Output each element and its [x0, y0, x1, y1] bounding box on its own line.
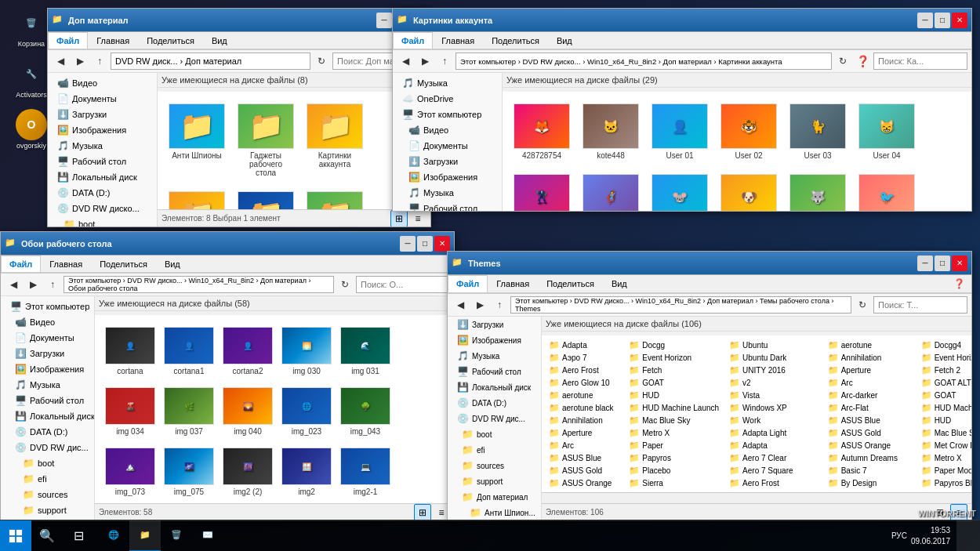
theme-item[interactable]: 📁Metro X [626, 427, 722, 439]
img-040[interactable]: 🌄 img 040 [220, 383, 275, 440]
folder-anti[interactable]: 📁 Анти Шпионы [165, 100, 228, 181]
theme-item[interactable]: 📁Ubuntu [726, 339, 821, 351]
theme-item[interactable]: 📁Mac Blue Sky [626, 415, 722, 426]
sb-dop-win4[interactable]: 📁Доп материал [448, 489, 541, 505]
forward-btn-win4[interactable]: ▶ [471, 296, 488, 314]
sb-src-win4[interactable]: 📁sources [448, 458, 541, 473]
taskbar-clock[interactable]: 19:53 09.06.2017 [911, 525, 956, 547]
folder-kartinki[interactable]: 📁 Картинки аккаунта [303, 100, 366, 181]
theme-item[interactable]: 📁Fetch [626, 364, 722, 376]
tab-view[interactable]: Вид [203, 32, 236, 49]
sb-video-win2[interactable]: 📹 Видео [393, 122, 502, 138]
sb-dat-win4[interactable]: 💿DATA (D:) [448, 395, 541, 411]
theme-item[interactable]: 📁Docgg [626, 339, 722, 351]
theme-item[interactable]: 📁ASUS Orange [825, 440, 914, 451]
titlebar-dop-material[interactable]: 📁 Доп материал ─ □ ✕ [48, 9, 430, 32]
img-075[interactable]: 🌌 img_075 [162, 444, 216, 500]
close-btn-win3[interactable]: ✕ [434, 236, 450, 252]
sidebar-downloads[interactable]: ⬇️ Загрузки [48, 107, 157, 122]
taskbar-trash[interactable]: 🗑️ [161, 520, 192, 552]
folder-oboi[interactable]: 📁 Обои рабочего стола [234, 187, 297, 209]
tab-share[interactable]: Поделиться [138, 32, 203, 49]
help-btn-win2[interactable]: ❓ [854, 53, 871, 70]
tab-share-win2[interactable]: Поделиться [483, 32, 548, 49]
theme-item[interactable]: 📁ASUS Blue [546, 452, 622, 464]
show-desktop-btn[interactable] [956, 520, 980, 552]
sidebar-video[interactable]: 📹 Видео [48, 75, 157, 91]
img-030[interactable]: 🌅 img 030 [279, 323, 334, 379]
theme-item[interactable]: 📁ASUS Orange [546, 477, 622, 489]
theme-item[interactable]: 📁Windows XP [726, 402, 821, 414]
sb-img-win2[interactable]: 🖼️ Изображения [393, 169, 502, 185]
theme-item[interactable]: 📁aerotune black [546, 402, 622, 414]
theme-item[interactable]: 📁Aperture [825, 364, 914, 376]
theme-item[interactable]: 📁HUD Machine Launch [918, 402, 971, 414]
back-button[interactable]: ◀ [52, 53, 69, 70]
theme-item[interactable]: 📁Aero Glow 10 [546, 377, 622, 389]
forward-btn-win3[interactable]: ▶ [24, 276, 42, 293]
titlebar-oboi[interactable]: 📁 Обои рабочего стола ─ □ ✕ [1, 232, 454, 256]
theme-item[interactable]: 📁Met Crow Light-Green [918, 440, 971, 451]
taskbar-mail[interactable]: ✉️ [192, 520, 223, 552]
img-043[interactable]: 🌳 img_043 [338, 383, 393, 440]
back-btn-win4[interactable]: ◀ [452, 296, 469, 314]
photo-user03[interactable]: 🐈 User 03 [786, 100, 849, 164]
theme-item[interactable]: 📁Adapta Light [726, 427, 821, 439]
theme-item[interactable]: 📁Paper Moon [918, 465, 971, 477]
sb-boot-win4[interactable]: 📁boot [448, 426, 541, 442]
sb-dl-win4[interactable]: ⬇️Загрузки [448, 317, 541, 332]
sb-dl-win2[interactable]: ⬇️ Загрузки [393, 154, 502, 169]
sb-onedrive[interactable]: ☁️ OneDrive [393, 91, 502, 107]
up-btn-win4[interactable]: ↑ [491, 296, 508, 314]
photo-user02[interactable]: 🐯 User 02 [717, 100, 780, 164]
theme-item[interactable]: 📁By Design [825, 477, 914, 489]
sidebar-music[interactable]: 🎵 Музыка [48, 138, 157, 154]
photo-user07[interactable]: 🐭 User 07 [648, 170, 711, 211]
tab-file-win2[interactable]: Файл [393, 32, 433, 49]
refresh-btn-win4[interactable]: ↻ [854, 296, 871, 314]
sidebar-images[interactable]: 🖼️ Изображения [48, 122, 157, 138]
theme-item[interactable]: 📁Arc-darker [825, 390, 914, 401]
theme-item[interactable]: 📁Arc-Flat [825, 402, 914, 414]
photo-user01[interactable]: 👤 User 01 [648, 100, 711, 164]
tab-home-win2[interactable]: Главная [433, 32, 483, 49]
theme-item[interactable]: 📁Annihilation [546, 415, 622, 426]
theme-item[interactable]: 📁Metro X [918, 452, 971, 464]
sb-desk-win3[interactable]: 🖥️Рабочий стол [1, 393, 94, 408]
path-kartinki[interactable]: Этот компьютер › DVD RW диско... › Win10… [456, 53, 832, 70]
minimize-btn-win4[interactable]: ─ [917, 256, 933, 271]
sb-music-win2[interactable]: 🎵 Музыка [393, 75, 502, 91]
sidebar-boot[interactable]: 📁 boot [48, 216, 157, 227]
sb-desk-win4[interactable]: 🖥️Рабочий стол [448, 364, 541, 379]
theme-item[interactable]: 📁Ubuntu Dark [726, 352, 821, 364]
sb-mus-win4[interactable]: 🎵Музыка [448, 348, 541, 364]
h-scrollbar-themes[interactable] [542, 492, 971, 503]
theme-item[interactable]: 📁Event Horizon [626, 352, 722, 364]
theme-item[interactable]: 📁Papyros Blue [918, 477, 971, 489]
tab-file-win4[interactable]: Файл [448, 275, 488, 292]
theme-item[interactable]: 📁ASUS Gold [546, 465, 622, 477]
img-cortana2[interactable]: 👤 cortana2 [220, 323, 275, 379]
folder-programmy[interactable]: 📁 Программы [303, 187, 366, 209]
tab-share-win3[interactable]: Поделиться [91, 256, 156, 272]
theme-item[interactable]: 📁ASUS Gold [825, 427, 914, 439]
img2[interactable]: 🪟 img2 [279, 444, 334, 500]
sidebar-data[interactable]: 💿 DATA (D:) [48, 185, 157, 201]
tab-home-win3[interactable]: Главная [41, 256, 91, 272]
lang-indicator[interactable]: РУС [891, 531, 907, 540]
sidebar-docs[interactable]: 📄 Документы [48, 91, 157, 107]
img-cortana1[interactable]: 👤 cortana1 [162, 323, 216, 379]
photo-kote448[interactable]: 🐱 kote448 [579, 100, 642, 164]
sidebar-desktop[interactable]: 🖥️ Рабочий стол [48, 154, 157, 169]
sb-computer-win3[interactable]: 🖥️ Этот компьютер [1, 299, 94, 314]
sidebar-dvd[interactable]: 💿 DVD RW диско... [48, 201, 157, 216]
back-btn-win3[interactable]: ◀ [5, 276, 22, 293]
search-input-win4[interactable] [873, 296, 967, 314]
tab-view-win2[interactable]: Вид [548, 32, 581, 49]
theme-item[interactable]: 📁Aero Frost [546, 364, 622, 376]
up-btn-win2[interactable]: ↑ [436, 53, 453, 70]
img2-1[interactable]: 💻 img2-1 [338, 444, 393, 500]
minimize-btn-win2[interactable]: ─ [917, 13, 933, 28]
refresh-button[interactable]: ↻ [313, 53, 330, 70]
start-button[interactable] [0, 520, 31, 552]
